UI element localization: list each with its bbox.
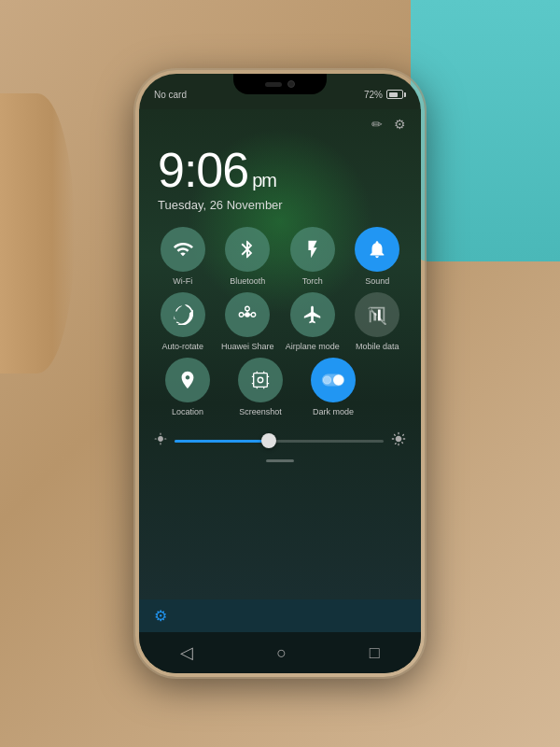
sound-icon	[367, 239, 387, 260]
mobile-data-label: Mobile data	[356, 342, 399, 352]
dark-mode-label: Dark mode	[313, 407, 354, 417]
qs-item-airplane: Airplane mode	[285, 292, 341, 352]
airplane-label: Airplane mode	[286, 342, 340, 352]
svg-point-1	[240, 313, 245, 317]
status-right: 72%	[364, 90, 406, 100]
brightness-low-icon	[154, 432, 167, 449]
swipe-bar	[266, 459, 294, 462]
screenshot-label: Screenshot	[239, 407, 282, 417]
wifi-label: Wi-Fi	[173, 276, 192, 287]
svg-point-12	[333, 374, 343, 385]
qs-row-1: Wi-Fi Bluetooth	[150, 227, 410, 287]
airplane-icon	[302, 304, 323, 325]
bluetooth-button[interactable]	[225, 227, 270, 272]
brightness-row	[139, 422, 421, 456]
clock-section: 9:06pm Tuesday, 26 November	[139, 136, 421, 227]
qs-row-2: Auto-rotate	[150, 292, 410, 352]
autorotate-icon	[173, 304, 193, 325]
bluetooth-icon	[237, 239, 258, 260]
recent-apps-button[interactable]: □	[362, 636, 387, 670]
brightness-high-icon	[391, 431, 406, 450]
location-label: Location	[172, 407, 203, 417]
teal-box-decoration	[411, 0, 560, 261]
battery-body	[386, 90, 403, 99]
sound-label: Sound	[365, 276, 389, 287]
bluetooth-label: Bluetooth	[230, 276, 265, 287]
torch-button[interactable]	[290, 227, 335, 272]
qs-item-screenshot: Screenshot	[232, 358, 288, 417]
qs-item-dark-mode: Dark mode	[305, 358, 361, 417]
finger-decoration	[0, 93, 75, 374]
back-button[interactable]: ◁	[173, 635, 201, 670]
svg-rect-9	[254, 373, 268, 387]
battery-fill	[389, 92, 398, 97]
speaker	[265, 82, 282, 87]
clock-date: Tuesday, 26 November	[158, 198, 402, 212]
dark-mode-icon	[321, 370, 345, 390]
qs-item-location: Location	[160, 358, 216, 417]
svg-point-2	[251, 313, 256, 317]
home-button[interactable]: ○	[269, 636, 294, 670]
status-bar: No card 72%	[139, 74, 421, 109]
battery-tip	[404, 92, 406, 97]
dark-mode-button[interactable]	[311, 358, 356, 402]
torch-icon	[302, 239, 323, 260]
qs-row-3: Location Screenshot	[150, 358, 410, 417]
sound-button[interactable]	[355, 227, 399, 272]
clock-digits: 9:06	[158, 143, 248, 197]
svg-point-13	[323, 376, 330, 384]
settings-icon[interactable]: ⚙	[394, 117, 406, 133]
battery-percent: 72%	[364, 90, 383, 100]
svg-point-3	[245, 306, 250, 311]
svg-rect-8	[378, 309, 381, 320]
brightness-track[interactable]	[175, 440, 384, 443]
qs-item-torch: Torch	[285, 227, 341, 287]
airplane-button[interactable]	[290, 292, 335, 337]
brightness-thumb[interactable]	[261, 433, 276, 448]
settings-gear-icon[interactable]: ⚙	[154, 607, 167, 625]
mobile-data-button[interactable]	[355, 292, 399, 337]
bottom-settings-bar: ⚙	[139, 599, 421, 632]
screenshot-icon	[250, 370, 271, 390]
phone-case: No card 72% ✏ ⚙	[135, 70, 425, 677]
quick-settings-panel: Wi-Fi Bluetooth	[139, 227, 421, 422]
notch	[233, 74, 327, 94]
autorotate-label: Auto-rotate	[161, 342, 203, 352]
huawei-share-icon	[237, 304, 258, 325]
screenshot-button[interactable]	[238, 358, 283, 402]
mobile-data-icon	[367, 304, 387, 325]
wifi-button[interactable]	[161, 227, 205, 272]
qs-item-huawei-share: Huawei Share	[219, 292, 275, 352]
wifi-icon	[173, 239, 193, 260]
clock-time: 9:06pm	[158, 146, 402, 194]
carrier-label: No card	[154, 90, 187, 100]
location-button[interactable]	[165, 358, 210, 402]
qs-item-mobile-data: Mobile data	[349, 292, 405, 352]
huawei-share-label: Huawei Share	[221, 342, 274, 352]
navigation-bar: ◁ ○ □	[139, 632, 421, 673]
torch-label: Torch	[302, 276, 323, 287]
edit-icon[interactable]: ✏	[371, 117, 383, 133]
autorotate-button[interactable]	[161, 292, 205, 337]
huawei-share-button[interactable]	[225, 292, 270, 337]
qs-item-autorotate: Auto-rotate	[155, 292, 211, 352]
svg-point-10	[258, 377, 263, 383]
qs-item-bluetooth: Bluetooth	[219, 227, 275, 287]
qs-item-wifi: Wi-Fi	[155, 227, 211, 287]
location-icon	[177, 370, 198, 390]
top-icons-row: ✏ ⚙	[139, 109, 421, 136]
brightness-fill	[175, 440, 269, 443]
battery-icon	[386, 90, 406, 99]
main-content: ✏ ⚙ 9:06pm Tuesday, 26 November	[139, 109, 421, 599]
svg-rect-7	[374, 313, 377, 320]
phone-screen: No card 72% ✏ ⚙	[139, 74, 421, 673]
camera	[287, 80, 295, 88]
swipe-indicator	[139, 456, 421, 468]
qs-item-sound: Sound	[349, 227, 405, 287]
clock-ampm: pm	[252, 170, 276, 190]
